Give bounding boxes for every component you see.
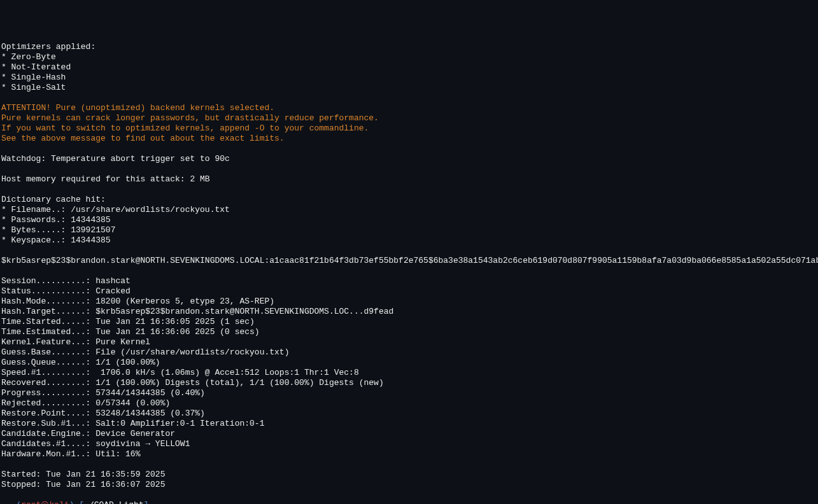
status-hashtarget: Hash.Target......: $krb5asrep$23$brandon… <box>1 307 393 316</box>
terminal-output: Optimizers applied: * Zero-Byte * Not-It… <box>1 42 817 504</box>
dictcache-filename: * Filename..: /usr/share/wordlists/rocky… <box>1 205 230 214</box>
status-session: Session..........: hashcat <box>1 276 130 286</box>
status-hashmode: Hash.Mode........: 18200 (Kerberos 5, et… <box>1 297 274 306</box>
status-candengine: Candidate.Engine.: Device Generator <box>1 429 175 438</box>
status-restoresub: Restore.Sub.#1...: Salt:0 Amplifier:0-1 … <box>1 419 264 428</box>
prompt-corner-icon: ┌── <box>1 500 16 504</box>
status-guessbase: Guess.Base.......: File (/usr/share/word… <box>1 347 289 357</box>
prompt-host: kali <box>49 500 69 504</box>
attention-line: If you want to switch to optimized kerne… <box>1 123 369 133</box>
status-timestarted: Time.Started.....: Tue Jan 21 16:36:05 2… <box>1 317 255 326</box>
prompt-line-1: ┌──(root㉿kali)-[~/GOAD-Light] <box>1 500 149 504</box>
skull-icon: ㉿ <box>41 500 49 504</box>
dictcache-passwords: * Passwords.: 14344385 <box>1 215 111 225</box>
optimizer-item: * Single-Hash <box>1 73 66 82</box>
started-line: Started: Tue Jan 21 16:35:59 2025 <box>1 470 165 479</box>
optimizer-item: * Not-Iterated <box>1 62 71 72</box>
status-timeest: Time.Estimated...: Tue Jan 21 16:36:06 2… <box>1 327 260 337</box>
prompt-bracket: [ <box>79 500 84 504</box>
attention-line: Pure kernels can crack longer passwords,… <box>1 113 379 123</box>
status-recovered: Recovered........: 1/1 (100.00%) Digests… <box>1 378 384 388</box>
prompt-user: root <box>21 500 41 504</box>
optimizer-item: * Zero-Byte <box>1 52 56 62</box>
optimizers-header: Optimizers applied: <box>1 42 95 52</box>
cracked-hash-line: $krb5asrep$23$brandon.stark@NORTH.SEVENK… <box>1 256 818 265</box>
prompt-path: ~/GOAD-Light <box>84 500 144 504</box>
status-progress: Progress.........: 57344/14344385 (0.40%… <box>1 388 205 398</box>
status-rejected: Rejected.........: 0/57344 (0.00%) <box>1 398 170 408</box>
status-guessqueue: Guess.Queue......: 1/1 (100.00%) <box>1 358 160 367</box>
hostmem-line: Host memory required for this attack: 2 … <box>1 174 210 184</box>
status-hwmon: Hardware.Mon.#1..: Util: 16% <box>1 449 140 459</box>
prompt-bracket: ] <box>144 500 149 504</box>
watchdog-line: Watchdog: Temperature abort trigger set … <box>1 154 230 164</box>
status-speed: Speed.#1.........: 1706.0 kH/s (1.06ms) … <box>1 368 359 377</box>
dictcache-keyspace: * Keyspace..: 14344385 <box>1 235 111 245</box>
dictcache-header: Dictionary cache hit: <box>1 195 106 204</box>
optimizer-item: * Single-Salt <box>1 83 66 92</box>
status-status: Status...........: Cracked <box>1 286 130 296</box>
status-kernel: Kernel.Feature...: Pure Kernel <box>1 337 150 347</box>
attention-line: See the above message to find out about … <box>1 134 285 143</box>
attention-line: ATTENTION! Pure (unoptimized) backend ke… <box>1 103 274 113</box>
status-candidates: Candidates.#1....: soydivina → YELLOW1 <box>1 439 190 449</box>
stopped-line: Stopped: Tue Jan 21 16:36:07 2025 <box>1 480 165 489</box>
status-restorepoint: Restore.Point....: 53248/14344385 (0.37%… <box>1 409 205 418</box>
dictcache-bytes: * Bytes.....: 139921507 <box>1 225 115 235</box>
